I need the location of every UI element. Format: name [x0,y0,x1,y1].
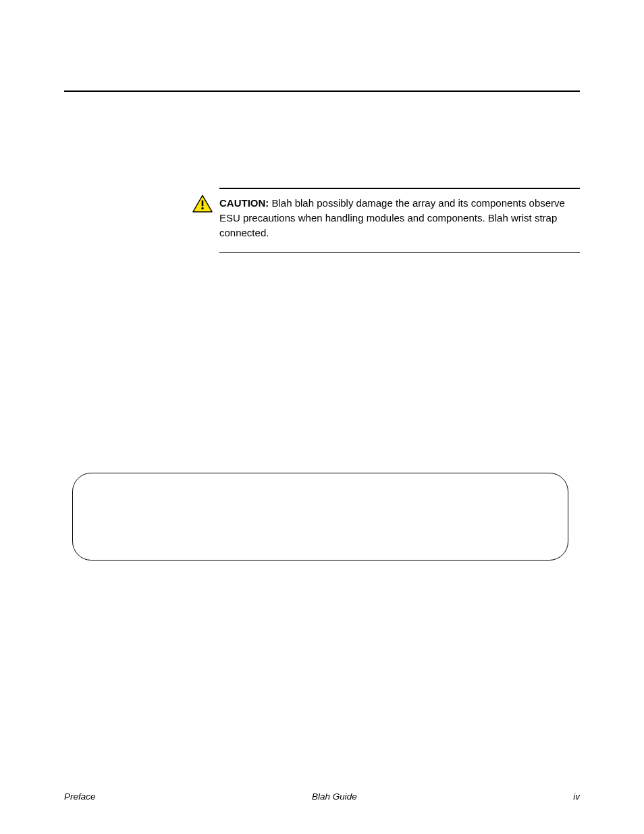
caution-label: CAUTION: [219,197,269,209]
footer-left: Preface [64,791,96,802]
footer-row: Preface Blah Guide iv [64,791,580,802]
footer-right: iv [573,791,580,802]
note-box [72,473,568,561]
svg-point-2 [201,207,203,209]
caution-body: Blah blah possibly damage the array and … [219,197,565,238]
header-rule [64,90,580,92]
svg-rect-1 [202,201,204,206]
page: CAUTION: Blah blah possibly damage the a… [0,0,644,834]
caution-text: CAUTION: Blah blah possibly damage the a… [219,197,565,238]
caution-block: CAUTION: Blah blah possibly damage the a… [192,188,580,253]
caution-row: CAUTION: Blah blah possibly damage the a… [192,189,580,240]
caution-text-wrap: CAUTION: Blah blah possibly damage the a… [213,189,580,240]
caution-rule-bottom [219,252,580,253]
warning-icon [192,194,213,213]
footer-center: Blah Guide [96,791,574,802]
